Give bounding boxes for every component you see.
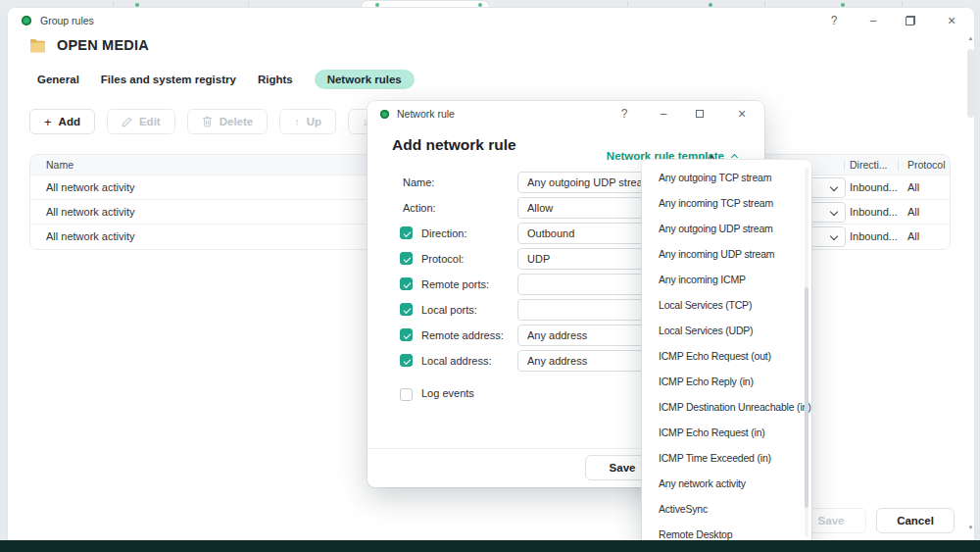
minimize-button[interactable]: – xyxy=(866,15,880,26)
remote-address-checkbox[interactable] xyxy=(400,328,413,341)
window-footer: Save Cancel xyxy=(796,508,955,533)
menu-item[interactable]: Any incoming TCP stream xyxy=(642,190,811,216)
help-button[interactable]: ? xyxy=(827,15,841,26)
menu-item[interactable]: ICMP Echo Request (in) xyxy=(642,420,811,445)
menu-item[interactable]: Local Services (TCP) xyxy=(642,292,811,318)
trash-icon xyxy=(202,116,213,127)
menu-item[interactable]: Any network activity xyxy=(642,471,811,496)
network-rule-template-menu: Any outgoing TCP stream Any incoming TCP… xyxy=(642,160,811,545)
remote-ports-checkbox[interactable] xyxy=(400,277,413,290)
column-divider xyxy=(898,160,899,171)
log-events-checkbox[interactable] xyxy=(400,388,413,401)
log-events-label: Log events xyxy=(421,387,474,399)
field-label: Local address: xyxy=(421,355,492,367)
rule-protocol: All xyxy=(907,206,919,218)
plus-icon: + xyxy=(44,116,52,128)
rule-name: All network activity xyxy=(46,181,134,193)
maximize-icon xyxy=(696,110,704,118)
menu-item[interactable]: ICMP Echo Request (out) xyxy=(642,343,811,369)
rule-name: All network activity xyxy=(46,230,134,242)
add-button[interactable]: + Add xyxy=(29,109,95,134)
column-divider xyxy=(844,160,845,171)
rule-direction: Inbound... xyxy=(850,181,898,193)
rule-direction: Inbound... xyxy=(850,206,898,218)
delete-button[interactable]: Delete xyxy=(187,109,269,134)
arrow-up-icon: ↑ xyxy=(294,116,300,127)
group-header: OPEN MEDIA xyxy=(29,37,149,53)
bg-tab-separator xyxy=(113,1,114,8)
dialog-title: Network rule xyxy=(397,108,455,120)
menu-item[interactable]: Local Services (UDP) xyxy=(642,318,811,343)
edit-button[interactable]: Edit xyxy=(107,109,175,134)
field-label: Name: xyxy=(403,176,434,188)
dialog-heading: Add network rule xyxy=(392,136,516,154)
field-label: Action: xyxy=(403,202,436,214)
menu-item[interactable]: ICMP Destination Unreachable (in) xyxy=(642,394,811,420)
tab-bar: General Files and system registry Rights… xyxy=(37,69,415,90)
menu-item[interactable]: ActiveSync xyxy=(642,496,811,522)
menu-item[interactable]: Any outgoing TCP stream xyxy=(642,165,811,190)
field-label: Local ports: xyxy=(421,304,477,316)
column-name[interactable]: Name xyxy=(46,159,74,171)
up-button[interactable]: ↑ Up xyxy=(279,109,336,134)
scroll-down-icon[interactable]: ▼ xyxy=(965,525,976,530)
menu-item[interactable]: Any incoming ICMP xyxy=(642,267,811,292)
tab-files-and-system-registry[interactable]: Files and system registry xyxy=(101,74,236,85)
tab-general[interactable]: General xyxy=(37,74,79,85)
delete-button-label: Delete xyxy=(220,116,254,127)
restore-icon xyxy=(906,16,915,25)
edit-button-label: Edit xyxy=(139,116,161,127)
tab-network-rules[interactable]: Network rules xyxy=(315,70,415,89)
field-label: Remote address: xyxy=(421,329,504,341)
menu-item[interactable]: Any incoming UDP stream xyxy=(642,241,811,267)
rule-protocol: All xyxy=(907,181,919,193)
field-label: Remote ports: xyxy=(421,278,489,290)
app-favicon-dot xyxy=(709,3,712,7)
cancel-button[interactable]: Cancel xyxy=(876,508,955,533)
column-direction[interactable]: Directi... xyxy=(850,159,888,171)
bg-tab-separator xyxy=(764,1,765,8)
tab-rights[interactable]: Rights xyxy=(258,74,293,85)
folder-icon xyxy=(29,38,46,53)
window-titlebar: Group rules ? – × xyxy=(8,8,974,33)
field-label: Protocol: xyxy=(421,253,464,265)
scroll-up-icon[interactable]: ▲ xyxy=(965,35,976,41)
bg-tab-separator xyxy=(627,1,628,8)
chevron-down-icon xyxy=(830,208,838,216)
rules-toolbar: + Add Edit Delete ↑ Up ↓ Down xyxy=(29,109,420,134)
app-favicon-dot xyxy=(841,3,845,7)
rule-name: All network activity xyxy=(46,206,134,218)
window-title: Group rules xyxy=(40,15,94,26)
dialog-controls: ? – × xyxy=(617,107,749,121)
scrollbar-thumb[interactable] xyxy=(967,49,974,118)
app-icon xyxy=(380,110,389,119)
window-scrollbar[interactable]: ▲ ▼ xyxy=(965,35,976,530)
close-button[interactable]: × xyxy=(735,107,749,121)
bg-tab-separator xyxy=(902,1,903,8)
up-button-label: Up xyxy=(307,116,321,127)
column-protocol[interactable]: Protocol xyxy=(907,159,946,171)
local-address-checkbox[interactable] xyxy=(400,354,413,367)
add-button-label: Add xyxy=(59,116,80,127)
maximize-button[interactable] xyxy=(696,110,710,118)
page-title: OPEN MEDIA xyxy=(57,37,149,53)
restore-button[interactable] xyxy=(906,16,919,25)
chevron-down-icon xyxy=(830,183,838,191)
window-controls: ? – × xyxy=(827,14,958,27)
menu-item[interactable]: Any outgoing UDP stream xyxy=(642,216,811,241)
help-button[interactable]: ? xyxy=(617,108,631,120)
direction-checkbox[interactable] xyxy=(400,226,413,239)
menu-scrollbar-thumb[interactable] xyxy=(805,287,808,508)
pencil-icon xyxy=(122,117,132,127)
menu-item[interactable]: ICMP Echo Reply (in) xyxy=(642,369,811,394)
menu-item[interactable]: ICMP Time Exceeded (in) xyxy=(642,445,811,471)
app-favicon-dot xyxy=(478,3,482,7)
app-favicon-dot xyxy=(135,3,139,7)
minimize-button[interactable]: – xyxy=(657,108,670,120)
chevron-down-icon xyxy=(830,232,838,240)
close-button[interactable]: × xyxy=(945,14,958,27)
app-icon xyxy=(22,16,31,25)
brand-footer-bar xyxy=(0,540,980,552)
local-ports-checkbox[interactable] xyxy=(400,303,413,316)
protocol-checkbox[interactable] xyxy=(400,252,413,265)
